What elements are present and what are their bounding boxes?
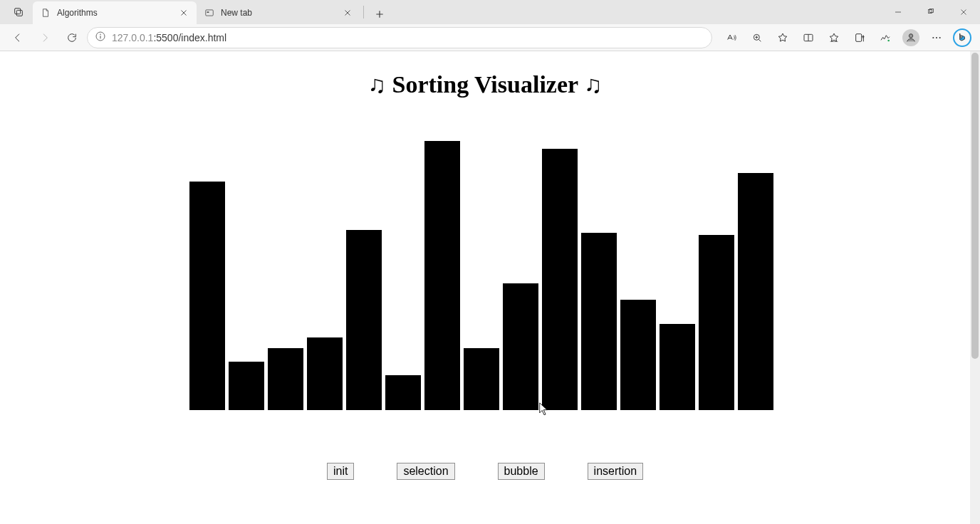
tab-algorithms[interactable]: Algorithms bbox=[33, 1, 197, 24]
tab-close-icon[interactable] bbox=[342, 7, 353, 19]
svg-rect-3 bbox=[207, 11, 209, 13]
forward-button[interactable] bbox=[33, 27, 57, 48]
favorite-button[interactable] bbox=[771, 27, 795, 48]
tab-newtab[interactable]: New tab bbox=[197, 1, 360, 24]
window-close-button[interactable] bbox=[947, 0, 980, 24]
svg-point-7 bbox=[100, 34, 101, 36]
svg-point-14 bbox=[936, 36, 937, 38]
page-favicon-icon bbox=[40, 7, 51, 19]
sorting-bar-chart bbox=[189, 141, 781, 410]
browser-chrome: Algorithms New tab bbox=[0, 0, 980, 51]
back-button[interactable] bbox=[6, 27, 30, 48]
browser-toolbar: 127.0.0.1:5500/index.html bbox=[0, 24, 980, 51]
bar bbox=[189, 182, 225, 410]
address-url: 127.0.0.1:5500/index.html bbox=[112, 32, 226, 43]
bing-chat-button[interactable] bbox=[950, 27, 974, 48]
svg-point-15 bbox=[939, 36, 941, 38]
tab-separator bbox=[363, 6, 364, 19]
scrollbar-thumb[interactable] bbox=[971, 53, 979, 359]
tab-title: Algorithms bbox=[57, 8, 172, 18]
bar bbox=[738, 173, 773, 410]
page-title: ♫ Sorting Visualizer ♫ bbox=[0, 71, 970, 98]
bar bbox=[385, 375, 421, 410]
refresh-button[interactable] bbox=[60, 27, 84, 48]
bar bbox=[424, 141, 460, 410]
toolbar-right bbox=[719, 27, 974, 48]
insertion-button[interactable]: insertion bbox=[588, 463, 643, 480]
bar bbox=[581, 233, 617, 410]
bar bbox=[464, 348, 499, 410]
read-aloud-button[interactable] bbox=[719, 27, 744, 48]
new-tab-button[interactable] bbox=[370, 4, 390, 24]
site-info-icon[interactable] bbox=[95, 31, 106, 44]
newtab-favicon-icon bbox=[204, 7, 215, 19]
svg-rect-10 bbox=[856, 33, 862, 41]
bar bbox=[620, 300, 656, 410]
window-minimize-button[interactable] bbox=[882, 0, 914, 24]
svg-rect-2 bbox=[206, 10, 214, 16]
address-bar[interactable]: 127.0.0.1:5500/index.html bbox=[87, 27, 712, 48]
init-button[interactable]: init bbox=[327, 463, 354, 480]
profile-button[interactable] bbox=[899, 27, 923, 48]
page-content: ♫ Sorting Visualizer ♫ init selection bu… bbox=[0, 51, 970, 524]
selection-button[interactable]: selection bbox=[397, 463, 454, 480]
window-maximize-button[interactable] bbox=[914, 0, 947, 24]
svg-rect-0 bbox=[15, 9, 21, 14]
svg-point-11 bbox=[887, 39, 890, 41]
zoom-button[interactable] bbox=[745, 27, 769, 48]
bar bbox=[542, 149, 578, 410]
tab-actions-button[interactable] bbox=[4, 0, 33, 24]
bar bbox=[699, 235, 734, 410]
window-controls bbox=[882, 0, 980, 24]
bing-icon bbox=[953, 28, 971, 47]
favorites-list-button[interactable] bbox=[822, 27, 846, 48]
controls: init selection bubble insertion bbox=[0, 463, 970, 480]
tab-close-icon[interactable] bbox=[178, 7, 189, 19]
avatar-icon bbox=[902, 29, 919, 46]
bar bbox=[346, 230, 382, 410]
viewport: ♫ Sorting Visualizer ♫ init selection bu… bbox=[0, 51, 980, 524]
split-screen-button[interactable] bbox=[796, 27, 820, 48]
performance-button[interactable] bbox=[873, 27, 897, 48]
bar bbox=[503, 283, 538, 410]
bar bbox=[307, 337, 343, 410]
svg-rect-1 bbox=[16, 10, 22, 16]
bar bbox=[660, 324, 695, 410]
vertical-scrollbar[interactable] bbox=[970, 51, 980, 524]
tab-strip: Algorithms New tab bbox=[0, 0, 980, 24]
tab-title: New tab bbox=[221, 8, 336, 18]
bubble-button[interactable]: bubble bbox=[498, 463, 545, 480]
collections-button[interactable] bbox=[848, 27, 872, 48]
bar bbox=[268, 348, 303, 410]
svg-point-13 bbox=[932, 36, 934, 38]
svg-point-12 bbox=[909, 33, 912, 37]
more-button[interactable] bbox=[924, 27, 949, 48]
bar bbox=[229, 362, 264, 410]
